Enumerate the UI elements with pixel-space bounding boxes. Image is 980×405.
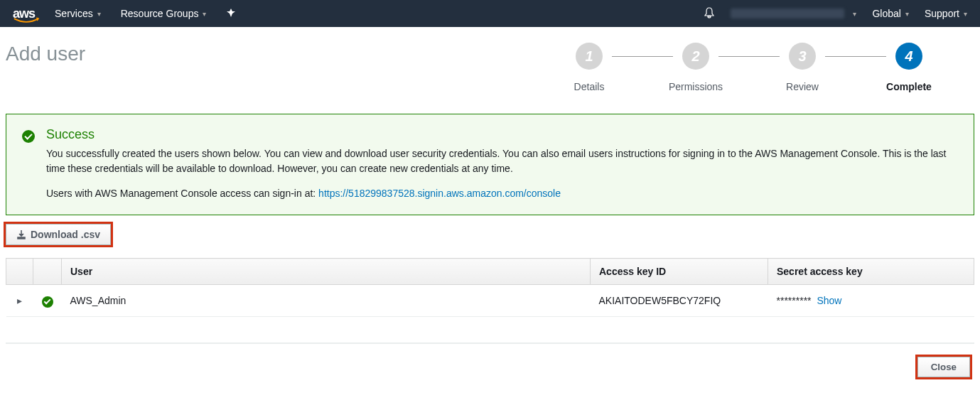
step-label: Details (574, 81, 605, 92)
col-expand (6, 259, 33, 285)
signin-instructions: Users with AWS Management Console access… (46, 188, 958, 199)
table-header-row: User Access key ID Secret access key (6, 259, 974, 285)
success-check-icon (42, 296, 53, 308)
pin-icon[interactable] (226, 8, 236, 20)
success-body: Success You successfully created the use… (46, 127, 958, 199)
success-title: Success (46, 127, 958, 142)
cell-access-key: AKIAITODEW5FBCY72FIQ (591, 285, 768, 317)
nav-support-label: Support (925, 8, 959, 19)
table-row: ▸ AWS_Admin AKIAITODEW5FBCY72FIQ *******… (6, 285, 974, 317)
close-button[interactable]: Close (917, 357, 970, 377)
bell-icon[interactable] (704, 7, 715, 21)
nav-account-dropdown[interactable]: ▾ (849, 10, 856, 18)
nav-resource-groups[interactable]: Resource Groups ▾ (121, 8, 207, 19)
chevron-down-icon: ▾ (97, 10, 101, 18)
expand-row-toggle[interactable]: ▸ (6, 285, 33, 317)
col-user: User (62, 259, 591, 285)
cell-user: AWS_Admin (62, 285, 591, 317)
cell-secret-key: ********* Show (768, 285, 974, 317)
nav-resource-groups-label: Resource Groups (121, 8, 199, 19)
users-table: User Access key ID Secret access key ▸ A… (6, 258, 974, 317)
step-label: Review (786, 81, 819, 92)
nav-services[interactable]: Services ▾ (55, 8, 101, 19)
chevron-down-icon: ▾ (853, 10, 856, 18)
nav-support[interactable]: Support ▾ (925, 8, 967, 19)
success-check-icon (22, 129, 35, 199)
show-secret-link[interactable]: Show (817, 295, 841, 306)
step-connector (825, 56, 886, 57)
chevron-down-icon: ▾ (203, 10, 206, 18)
nav-services-label: Services (55, 8, 93, 19)
col-status (33, 259, 62, 285)
step-complete: 4 Complete (886, 43, 932, 92)
title-row: Add user 1 Details 2 Permissions 3 Revie… (6, 43, 974, 92)
nav-region[interactable]: Global ▾ (872, 8, 908, 19)
col-secret-key: Secret access key (768, 259, 974, 285)
nav-right: ▾ Global ▾ Support ▾ (691, 7, 967, 21)
content: Add user 1 Details 2 Permissions 3 Revie… (0, 27, 980, 392)
step-details: 1 Details (566, 43, 612, 92)
step-review: 3 Review (780, 43, 825, 92)
wizard-steps: 1 Details 2 Permissions 3 Review 4 Compl… (566, 43, 974, 92)
success-message: You successfully created the users shown… (46, 146, 958, 176)
step-circle: 3 (789, 43, 816, 70)
aws-smile-icon (13, 17, 40, 24)
nav-account-name[interactable] (731, 9, 844, 18)
step-circle: 1 (576, 43, 603, 70)
page-title: Add user (6, 43, 85, 65)
step-circle: 4 (895, 43, 922, 70)
footer: Close (6, 342, 974, 377)
download-row: Download .csv (6, 224, 974, 245)
signin-prefix: Users with AWS Management Console access… (46, 188, 318, 199)
row-status (33, 285, 62, 317)
step-label: Complete (886, 81, 932, 92)
chevron-down-icon: ▾ (905, 10, 909, 18)
step-connector (612, 56, 673, 57)
download-csv-button[interactable]: Download .csv (6, 224, 111, 245)
secret-masked: ********* (777, 295, 812, 306)
step-connector (718, 56, 780, 57)
caret-right-icon: ▸ (17, 295, 22, 306)
success-panel: Success You successfully created the use… (6, 114, 974, 215)
step-circle: 2 (682, 43, 709, 70)
chevron-down-icon: ▾ (964, 10, 967, 18)
aws-logo[interactable]: aws (13, 6, 35, 21)
download-csv-label: Download .csv (31, 229, 100, 240)
nav-region-label: Global (872, 8, 900, 19)
signin-url-link[interactable]: https://518299837528.signin.aws.amazon.c… (318, 188, 561, 199)
step-label: Permissions (669, 81, 723, 92)
download-icon (16, 230, 26, 239)
top-nav: aws Services ▾ Resource Groups ▾ ▾ Globa… (0, 0, 980, 27)
col-access-key: Access key ID (591, 259, 768, 285)
step-permissions: 2 Permissions (673, 43, 718, 92)
